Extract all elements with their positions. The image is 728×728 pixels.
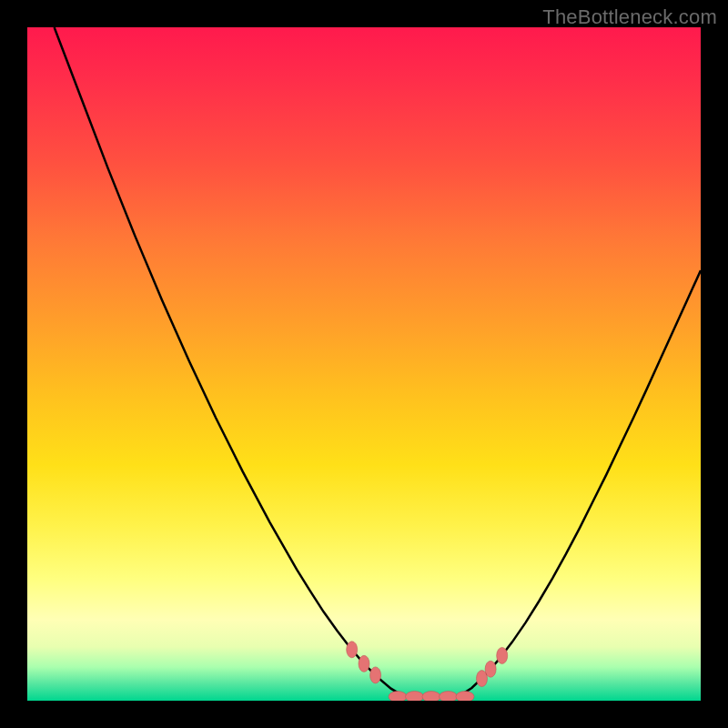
curve-left	[55, 27, 405, 697]
marker-flat	[456, 692, 474, 701]
marker-flat	[406, 692, 424, 701]
marker-flat	[440, 692, 458, 701]
plot-area	[27, 27, 701, 701]
marker-group	[347, 642, 508, 701]
marker-flat	[389, 692, 407, 701]
curve-right	[459, 270, 701, 696]
marker-right	[485, 661, 496, 677]
marker-right	[497, 647, 508, 663]
marker-left	[370, 667, 381, 683]
marker-left	[347, 642, 358, 658]
watermark-text: TheBottleneck.com	[542, 5, 717, 29]
marker-flat	[422, 692, 440, 701]
marker-left	[359, 655, 369, 672]
chart-svg	[27, 27, 701, 701]
